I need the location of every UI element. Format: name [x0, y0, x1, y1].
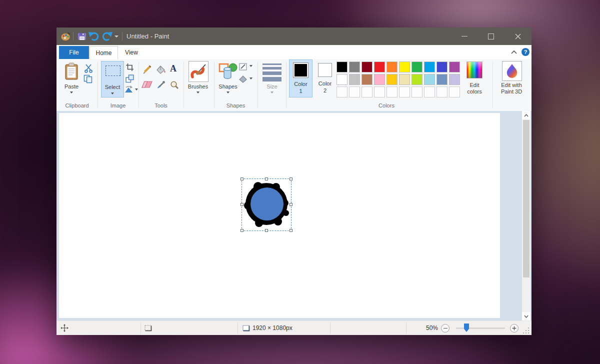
group-divider: [98, 62, 98, 108]
palette-swatch-empty[interactable]: [362, 86, 372, 98]
help-button[interactable]: ?: [522, 48, 530, 56]
palette-swatch[interactable]: [336, 74, 348, 85]
color1-button[interactable]: Color 1: [289, 60, 312, 98]
palette-swatch-empty[interactable]: [336, 86, 348, 98]
palette-swatch-empty[interactable]: [374, 86, 385, 98]
palette-swatch[interactable]: [424, 74, 435, 85]
drawing-canvas[interactable]: [59, 113, 500, 318]
statusbar-divider: [330, 322, 330, 334]
paste-dropdown-icon[interactable]: [70, 92, 73, 94]
collapse-ribbon-icon[interactable]: [511, 50, 517, 54]
minimize-button[interactable]: [453, 28, 476, 45]
shape-outline-icon[interactable]: [239, 63, 248, 70]
shapes-button[interactable]: [218, 62, 238, 81]
palette-swatch-empty[interactable]: [449, 86, 460, 98]
selection-handle-se[interactable]: [290, 229, 292, 232]
brushes-button[interactable]: [188, 61, 208, 82]
copy-icon[interactable]: [84, 74, 93, 84]
size-label: Size: [260, 84, 284, 90]
selection-handle-w[interactable]: [240, 203, 244, 206]
palette-swatch[interactable]: [449, 62, 460, 72]
palette-swatch-empty[interactable]: [424, 86, 435, 98]
zoom-out-button[interactable]: [441, 324, 450, 332]
palette-swatch[interactable]: [374, 74, 385, 85]
pencil-tool-icon[interactable]: [142, 64, 152, 74]
cut-icon[interactable]: [84, 64, 93, 73]
eraser-tool-icon[interactable]: [142, 81, 152, 88]
color2-button[interactable]: Color 2: [314, 60, 336, 98]
palette-swatch[interactable]: [386, 74, 398, 85]
quick-access-dropdown-icon[interactable]: [114, 36, 118, 38]
palette-swatch[interactable]: [386, 62, 398, 72]
tab-view[interactable]: View: [118, 46, 144, 59]
desktop: Untitled - Paint File Home View ?: [0, 0, 600, 364]
palette-swatch-empty[interactable]: [349, 86, 360, 98]
brushes-dropdown-icon[interactable]: [196, 92, 200, 94]
palette-swatch[interactable]: [412, 74, 422, 85]
tab-file[interactable]: File: [59, 46, 89, 59]
selection-handle-s[interactable]: [265, 229, 268, 232]
palette-swatch[interactable]: [349, 74, 360, 85]
title-bar[interactable]: Untitled - Paint: [56, 28, 532, 45]
palette-swatch-empty[interactable]: [412, 86, 422, 98]
edit-colors-label-line1: Edit: [461, 82, 488, 88]
palette-swatch[interactable]: [374, 62, 385, 72]
close-button[interactable]: [506, 28, 529, 45]
fill-dropdown-icon[interactable]: [250, 78, 252, 80]
paste-button[interactable]: [64, 62, 79, 82]
outline-dropdown-icon[interactable]: [250, 65, 252, 67]
edit-with-paint3d-button[interactable]: Edit with Paint 3D: [494, 60, 528, 98]
palette-swatch-empty[interactable]: [386, 86, 398, 98]
palette-swatch[interactable]: [362, 74, 372, 85]
selection-rectangle[interactable]: [242, 178, 292, 231]
palette-swatch[interactable]: [412, 62, 422, 72]
palette-swatch[interactable]: [424, 62, 435, 72]
shapes-dropdown-icon[interactable]: [226, 92, 230, 94]
text-tool-icon[interactable]: A: [170, 64, 176, 74]
palette-swatch[interactable]: [362, 62, 372, 72]
palette-swatch-empty[interactable]: [399, 86, 410, 98]
scroll-down-button[interactable]: [522, 312, 530, 320]
scroll-up-button[interactable]: [522, 111, 530, 120]
palette-swatch[interactable]: [349, 62, 360, 72]
palette-swatch[interactable]: [399, 74, 410, 85]
chevron-up-icon: [524, 114, 528, 117]
palette-swatch[interactable]: [399, 62, 410, 72]
color-picker-tool-icon[interactable]: [156, 80, 166, 90]
palette-swatch[interactable]: [436, 62, 448, 72]
palette-swatch[interactable]: [449, 74, 460, 85]
edit-colors-button[interactable]: Edit colors: [461, 60, 488, 98]
magnifier-tool-icon[interactable]: [170, 80, 179, 90]
select-button[interactable]: Select: [101, 61, 124, 98]
selection-handle-e[interactable]: [290, 203, 292, 206]
resize-icon[interactable]: [126, 74, 134, 83]
selection-handle-n[interactable]: [265, 178, 268, 180]
paint-app-icon: [60, 32, 70, 42]
select-rectangle-icon: [106, 66, 120, 76]
maximize-button[interactable]: [480, 28, 502, 45]
scrollbar-thumb[interactable]: [523, 120, 530, 278]
fill-tool-icon[interactable]: [156, 65, 166, 74]
selection-handle-ne[interactable]: [290, 178, 292, 180]
selection-handle-sw[interactable]: [240, 229, 244, 232]
zoom-in-button[interactable]: [510, 324, 518, 332]
tab-home[interactable]: Home: [90, 46, 118, 59]
palette-swatch[interactable]: [436, 74, 448, 85]
shape-fill-icon[interactable]: [239, 76, 248, 83]
save-icon[interactable]: [78, 32, 86, 40]
resize-grip[interactable]: [523, 328, 530, 334]
undo-icon[interactable]: [88, 32, 100, 41]
zoom-slider-thumb[interactable]: [464, 324, 469, 332]
edit-colors-icon: [466, 62, 482, 78]
crop-icon[interactable]: [126, 63, 134, 72]
vertical-scrollbar[interactable]: [522, 111, 530, 320]
size-button[interactable]: [262, 64, 282, 80]
redo-icon[interactable]: [102, 32, 112, 41]
rotate-icon[interactable]: [124, 85, 134, 94]
selection-handle-nw[interactable]: [240, 178, 244, 180]
palette-swatch-empty[interactable]: [436, 86, 448, 98]
rotate-dropdown-icon[interactable]: [135, 88, 138, 90]
palette-swatch[interactable]: [336, 62, 348, 72]
size-bar-icon: [262, 64, 282, 65]
zoom-slider-track[interactable]: [456, 328, 505, 329]
